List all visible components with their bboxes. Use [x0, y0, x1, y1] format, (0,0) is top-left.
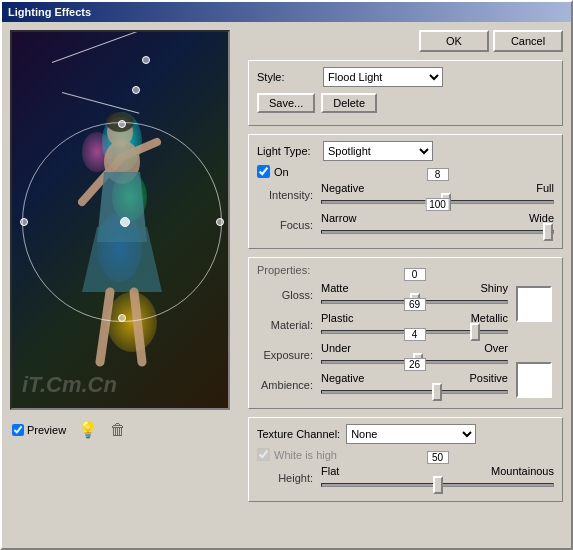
control-dot-left[interactable]: [20, 218, 28, 226]
on-label: On: [274, 166, 289, 178]
height-slider-area: Flat 50 Mountainous: [321, 465, 554, 491]
focus-slider[interactable]: [321, 230, 554, 234]
focus-value: 100: [425, 198, 450, 211]
on-checkbox-row: On: [257, 165, 554, 178]
material-label: Material:: [257, 319, 317, 331]
control-line-1: [52, 30, 146, 63]
save-delete-row: Save... Delete: [257, 93, 554, 113]
height-slider: [321, 483, 554, 487]
focus-left-label: Narrow: [321, 212, 356, 224]
light-type-section: Light Type: Spotlight Omni Directional O…: [248, 134, 563, 249]
texture-select[interactable]: None Red Green Blue Alpha: [346, 424, 476, 444]
intensity-left-label: Negative: [321, 182, 364, 194]
texture-channel-row: Texture Channel: None Red Green Blue Alp…: [257, 424, 554, 444]
material-left: Plastic: [321, 312, 353, 324]
cancel-button[interactable]: Cancel: [493, 30, 563, 52]
style-select[interactable]: Flood Light Default Spotlight Soft Omni …: [323, 67, 443, 87]
light-color-swatch[interactable]: [516, 286, 552, 322]
height-labels: Flat 50 Mountainous: [321, 465, 554, 477]
left-panel: iT.Cm.Cn Preview 💡 🗑: [10, 30, 240, 540]
title-bar: Lighting Effects: [2, 2, 571, 22]
material-value: 69: [404, 298, 426, 311]
material-right: Metallic: [471, 312, 508, 324]
light-type-select[interactable]: Spotlight Omni Directional: [323, 141, 433, 161]
gloss-left: Matte: [321, 282, 349, 294]
ambience-slider[interactable]: [321, 390, 508, 394]
style-section: Style: Flood Light Default Spotlight Sof…: [248, 60, 563, 126]
ambience-slider-area: Negative 26 Positive: [321, 372, 508, 398]
save-button[interactable]: Save...: [257, 93, 315, 113]
gloss-label: Gloss:: [257, 289, 317, 301]
lighting-effects-dialog: Lighting Effects: [0, 0, 573, 550]
exposure-left: Under: [321, 342, 351, 354]
gloss-right: Shiny: [480, 282, 508, 294]
white-is-high-row: White is high: [257, 448, 554, 461]
control-dot-center[interactable]: [120, 217, 130, 227]
delete-light-icon[interactable]: 🗑: [110, 421, 126, 439]
ok-button[interactable]: OK: [419, 30, 489, 52]
intensity-row: Intensity: Negative 8 Full: [257, 182, 554, 208]
preview-checkbox[interactable]: [12, 424, 24, 436]
preview-canvas: iT.Cm.Cn: [10, 30, 230, 410]
right-panel: OK Cancel Style: Flood Light Default Spo…: [248, 30, 563, 540]
watermark: iT.Cm.Cn: [22, 372, 117, 398]
gloss-row: Gloss: Matte 0 Shiny: [257, 282, 508, 308]
top-buttons: OK Cancel: [248, 30, 563, 52]
white-is-high-label: White is high: [274, 449, 337, 461]
properties-section: Properties: Gloss: Matte 0 Shiny: [248, 257, 563, 409]
control-dot-top[interactable]: [118, 120, 126, 128]
height-right: Mountainous: [491, 465, 554, 477]
style-row: Style: Flood Light Default Spotlight Sof…: [257, 67, 554, 87]
intensity-value: 8: [427, 168, 449, 181]
ambient-color-swatch[interactable]: [516, 362, 552, 398]
white-is-high-checkbox[interactable]: [257, 448, 270, 461]
ambience-right: Positive: [469, 372, 508, 384]
preview-controls: Preview 💡 🗑: [10, 416, 240, 443]
exposure-labels: Under 4 Over: [321, 342, 508, 354]
intensity-slider-labels: Negative 8 Full: [321, 182, 554, 194]
delete-button[interactable]: Delete: [321, 93, 377, 113]
preview-image: iT.Cm.Cn: [12, 32, 228, 408]
material-row: Material: Plastic 69 Metallic: [257, 312, 508, 338]
height-label: Height:: [257, 472, 317, 484]
exposure-row: Exposure: Under 4 Over: [257, 342, 508, 368]
texture-label: Texture Channel:: [257, 428, 340, 440]
ambience-value: 26: [404, 358, 426, 371]
intensity-right-label: Full: [536, 182, 554, 194]
light-type-label: Light Type:: [257, 145, 317, 157]
gloss-value: 0: [404, 268, 426, 281]
exposure-value: 4: [404, 328, 426, 341]
preview-label: Preview: [27, 424, 66, 436]
ambience-label: Ambience:: [257, 379, 317, 391]
control-dot-1[interactable]: [142, 56, 150, 64]
control-dot-right[interactable]: [216, 218, 224, 226]
style-label: Style:: [257, 71, 317, 83]
swatches-area: [514, 282, 554, 402]
focus-right-label: Wide: [529, 212, 554, 224]
height-value: 50: [427, 451, 449, 464]
exposure-label: Exposure:: [257, 349, 317, 361]
ambience-row: Ambience: Negative 26 Positive: [257, 372, 508, 398]
on-checkbox[interactable]: [257, 165, 270, 178]
material-labels: Plastic 69 Metallic: [321, 312, 508, 324]
focus-label: Focus:: [257, 219, 317, 231]
focus-slider-labels: Narrow 100 Wide: [321, 212, 554, 224]
properties-content: Gloss: Matte 0 Shiny: [257, 282, 554, 402]
control-dot-bottom[interactable]: [118, 314, 126, 322]
gloss-labels: Matte 0 Shiny: [321, 282, 508, 294]
intensity-label: Intensity:: [257, 189, 317, 201]
height-left: Flat: [321, 465, 339, 477]
ambience-left: Negative: [321, 372, 364, 384]
ambience-labels: Negative 26 Positive: [321, 372, 508, 384]
bulb-icon: 💡: [78, 420, 98, 439]
focus-slider-area: Narrow 100 Wide: [321, 212, 554, 238]
control-dot-2[interactable]: [132, 86, 140, 94]
height-row: Height: Flat 50 Mountainous: [257, 465, 554, 491]
dialog-title: Lighting Effects: [8, 6, 91, 18]
exposure-right: Over: [484, 342, 508, 354]
light-type-row: Light Type: Spotlight Omni Directional: [257, 141, 554, 161]
preview-checkbox-label[interactable]: Preview: [12, 424, 66, 436]
focus-row: Focus: Narrow 100 Wide: [257, 212, 554, 238]
texture-section: Texture Channel: None Red Green Blue Alp…: [248, 417, 563, 502]
properties-sliders: Gloss: Matte 0 Shiny: [257, 282, 508, 402]
